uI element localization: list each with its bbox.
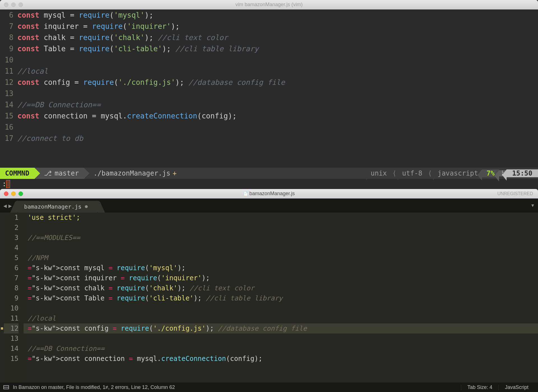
line-number: 10 [0, 54, 13, 66]
modified-indicator: + [173, 169, 177, 177]
dirty-indicator-icon [85, 205, 88, 208]
code-line[interactable]: //local [17, 66, 538, 77]
sublime-tabbar: ◀ ▶ bamazonManager.js ▼ [0, 199, 538, 213]
vim-statusline: COMMND ⎇ master ./bamazonManager.js + un… [0, 168, 538, 179]
sublime-code-area[interactable]: 'use strict'; //==MODULES== //NPM ="s-kw… [24, 213, 538, 382]
vim-file-segment: ./bamazonManager.js + [84, 168, 182, 179]
vim-title: vim bamazonManager.js (vim) [0, 2, 538, 8]
nav-back-icon[interactable]: ◀ [3, 202, 7, 209]
code-line[interactable]: //==DB Connection== [17, 99, 538, 110]
branch-name: master [55, 169, 79, 177]
line-number: 7 [4, 273, 18, 283]
sublime-editor[interactable]: 123456789101112131415 'use strict'; //==… [0, 213, 538, 382]
line-number: 16 [0, 122, 13, 133]
branch-icon: ⎇ [44, 169, 52, 177]
line-number: 11 [0, 66, 13, 77]
code-line[interactable]: ="s-kw">const inquirer = require('inquir… [24, 273, 538, 283]
line-number: 8 [0, 32, 13, 43]
vim-command-line[interactable]: : [0, 179, 538, 189]
line-number: 12 [0, 77, 13, 88]
line-number: 7 [0, 21, 13, 32]
code-line[interactable]: const connection = mysql.createConnectio… [17, 110, 538, 122]
vim-mode-segment: COMMND [0, 168, 34, 179]
vim-window: vim bamazonManager.js (vim) 678910111213… [0, 0, 538, 189]
tab-size[interactable]: Tab Size: 4 [461, 384, 498, 390]
sublime-gutter: 123456789101112131415 [4, 213, 24, 382]
cmd-prompt: : [2, 180, 6, 188]
line-number: 13 [0, 88, 13, 99]
line-number: 6 [4, 263, 18, 273]
sublime-title: 📄 bamazonManager.js [0, 191, 538, 197]
line-number: 6 [0, 10, 13, 21]
sublime-window: 📄 bamazonManager.js UNREGISTERED ◀ ▶ bam… [0, 189, 538, 392]
vim-titlebar: vim bamazonManager.js (vim) [0, 0, 538, 10]
code-line[interactable]: //connect to db [17, 133, 538, 144]
code-line[interactable] [17, 54, 538, 66]
line-number: 11 [4, 313, 18, 323]
line-number: 14 [0, 99, 13, 110]
code-line[interactable]: //local [24, 313, 538, 323]
line-number: 12 [4, 323, 18, 333]
filetype: javascript [434, 169, 482, 177]
code-line[interactable]: //==DB Connection== [24, 344, 538, 354]
syntax[interactable]: JavaScript [498, 384, 535, 390]
marker-column [0, 213, 4, 382]
line-number: 4 [4, 243, 18, 253]
code-line[interactable] [17, 88, 538, 99]
sublime-titlebar: 📄 bamazonManager.js UNREGISTERED [0, 189, 538, 199]
fileformat: unix [367, 169, 391, 177]
line-number: 17 [0, 133, 13, 144]
line-number: 1 [4, 213, 18, 223]
tab-label: bamazonManager.js [24, 203, 82, 210]
line-number: 2 [4, 223, 18, 233]
code-line[interactable] [24, 303, 538, 313]
line-number: 14 [4, 344, 18, 354]
file-path: ./bamazonManager.js [93, 169, 170, 177]
code-line[interactable]: const inquirer = require('inquirer'); [17, 21, 538, 32]
code-line[interactable]: ="s-kw">const chalk = require('chalk'); … [24, 283, 538, 293]
vim-code-area[interactable]: const mysql = require('mysql');const inq… [17, 10, 538, 168]
line-number: 10 [4, 303, 18, 313]
status-message: In Bamazon on master, File is modified, … [13, 384, 175, 390]
line-number: 3 [4, 233, 18, 243]
sublime-title-text: bamazonManager.js [249, 191, 295, 196]
line-marker-icon [1, 327, 3, 330]
code-line[interactable]: const config = require('./config.js'); /… [17, 77, 538, 88]
cursor-icon [6, 180, 10, 188]
code-line[interactable]: 'use strict'; [24, 213, 538, 223]
line-number: 15 [4, 354, 18, 364]
tab-dropdown-icon[interactable]: ▼ [531, 203, 534, 208]
nav-forward-icon[interactable]: ▶ [8, 202, 12, 209]
code-line[interactable]: const mysql = require('mysql'); [17, 10, 538, 21]
code-line[interactable] [24, 333, 538, 344]
registration-status: UNREGISTERED [497, 191, 533, 196]
line-number: 9 [4, 293, 18, 303]
code-line[interactable]: const Table = require('cli-table'); //cl… [17, 43, 538, 54]
code-line[interactable]: ="s-kw">const Table = require('cli-table… [24, 293, 538, 303]
line-number: 13 [4, 333, 18, 344]
code-line[interactable] [17, 122, 538, 133]
code-line[interactable]: ="s-kw">const mysql = require('mysql'); [24, 263, 538, 273]
code-line[interactable]: const chalk = require('chalk'); //cli te… [17, 32, 538, 43]
panel-switcher-icon[interactable] [3, 385, 9, 389]
code-line[interactable] [24, 243, 538, 253]
line-number: 5 [4, 253, 18, 263]
code-line[interactable] [24, 223, 538, 233]
tab-active[interactable]: bamazonManager.js [18, 201, 97, 213]
line-number: 8 [4, 283, 18, 293]
code-line[interactable]: ="s-kw">const config = require('./config… [24, 323, 538, 333]
code-line[interactable]: //==MODULES== [24, 233, 538, 243]
document-icon: 📄 [243, 192, 248, 196]
code-line[interactable]: ="s-kw">const connection = mysql.createC… [24, 354, 538, 364]
cursor-position: 15:50 [507, 169, 538, 177]
vim-branch-segment: ⎇ master [34, 168, 84, 179]
code-line[interactable]: //NPM [24, 253, 538, 263]
vim-editor[interactable]: 67891011121314151617 const mysql = requi… [0, 10, 538, 168]
line-number: 9 [0, 43, 13, 54]
line-number: 15 [0, 110, 13, 122]
encoding: utf-8 [398, 169, 426, 177]
sublime-statusbar: In Bamazon on master, File is modified, … [0, 382, 538, 392]
vim-gutter: 67891011121314151617 [0, 10, 17, 168]
